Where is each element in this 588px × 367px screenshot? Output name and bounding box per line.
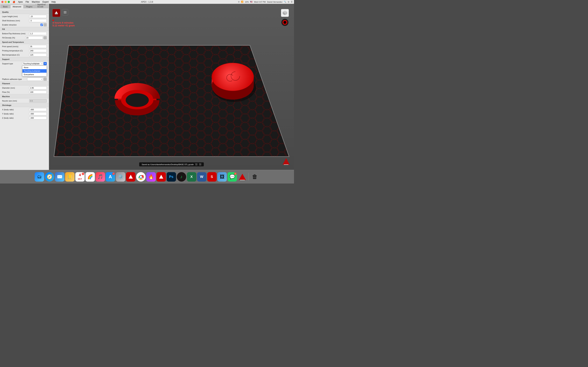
bed-temp-input[interactable] — [29, 53, 47, 57]
dock-photoshop[interactable]: Ps — [167, 172, 176, 182]
calendar-badge: 4 — [82, 173, 84, 175]
print-speed-input[interactable] — [29, 45, 47, 48]
platform-adhesion-dots[interactable]: ··· — [43, 78, 47, 81]
dock-contacts[interactable]: 📒 — [65, 172, 75, 182]
dock-finder[interactable]: 🗂 — [35, 172, 44, 182]
viewport-tools — [52, 9, 68, 17]
enable-retraction-checkbox[interactable] — [40, 24, 43, 26]
menu-expert[interactable]: Expert — [41, 0, 50, 3]
cube-view-icon[interactable] — [281, 9, 289, 17]
dock-itunes[interactable]: 🎵 — [95, 172, 105, 182]
dock-word[interactable]: W — [197, 172, 207, 182]
layer-height-row: Layer height (mm) — [0, 14, 49, 18]
enable-retraction-row: Enable retraction ··· — [0, 23, 49, 27]
print-time: 4 hours 6 minutes — [52, 21, 75, 24]
z-ratio-input[interactable] — [29, 117, 47, 119]
dock-sysprefs[interactable]: ⚙️ — [116, 172, 125, 182]
menu-apex[interactable]: Apex — [17, 0, 24, 3]
retraction-dots-button[interactable]: ··· — [43, 23, 47, 26]
dock-sketchup[interactable]: S — [207, 172, 217, 182]
menu-apple[interactable]: 🍎 — [11, 0, 17, 3]
dock-spotify[interactable]: ♪ — [177, 172, 186, 182]
shrinkage-header: Shrinkage — [0, 103, 49, 107]
print-temp-input[interactable] — [29, 49, 47, 52]
quality-header: Quality — [0, 10, 49, 14]
dock-trash[interactable]: 🗑 — [250, 172, 259, 182]
viewport-3d[interactable]: 4 hours 6 minutes 5.12 meter 41 gram — [49, 4, 294, 170]
menu-help[interactable]: Help — [50, 0, 57, 3]
dock-chrome[interactable] — [136, 172, 146, 182]
dock-cura[interactable] — [126, 172, 135, 182]
bed-temp-row: Bed temperature (C) — [0, 53, 49, 57]
diameter-row: Diameter (mm) — [0, 86, 49, 90]
flow-input[interactable] — [29, 91, 47, 94]
tab-basic[interactable]: Basic — [1, 5, 10, 8]
appstore-badge: 7 — [112, 173, 115, 175]
dock-excel[interactable]: X — [187, 172, 196, 182]
dock-safari[interactable]: 🧭 — [45, 172, 54, 182]
minimize-button[interactable] — [5, 1, 7, 3]
spotlight-icon[interactable]: 🔍 — [284, 1, 286, 3]
maximize-button[interactable] — [8, 1, 10, 3]
fill-density-dots-button[interactable]: ··· — [43, 36, 47, 39]
dock-photos[interactable]: 🌈 — [85, 172, 95, 182]
shell-thickness-input[interactable] — [29, 19, 47, 22]
enable-retraction-label: Enable retraction — [2, 24, 40, 26]
support-type-arrow[interactable]: ▼ — [43, 62, 47, 65]
left-panel-container: Basic Advanced Plugins Start/End-GCode Q… — [0, 4, 49, 170]
print-temp-label: Printing temperature (C) — [2, 50, 28, 52]
dock-apex-logo[interactable] — [238, 172, 247, 182]
y-ratio-input[interactable] — [29, 112, 47, 115]
support-option-none[interactable]: None — [22, 66, 47, 69]
x-ratio-input[interactable] — [29, 108, 47, 111]
diameter-label: Diameter (mm) — [2, 87, 28, 89]
print-material: 5.12 meter 41 gram — [52, 24, 75, 27]
tab-advanced[interactable]: Advanced — [10, 5, 24, 8]
wifi-icon: 📶 — [241, 1, 243, 3]
close-button[interactable] — [1, 1, 3, 3]
support-dropdown-menu: None Touching buildplate Everywhere — [22, 66, 47, 76]
svg-marker-11 — [129, 175, 133, 179]
dock-preview[interactable]: 🖼 — [217, 172, 227, 182]
dock-whatsapp[interactable]: 4 💬 — [227, 172, 237, 182]
apex-logo — [282, 157, 291, 166]
nozzle-row: Nozzle size (mm) — [0, 99, 49, 103]
dock-calendar[interactable]: 4 OCT 4 — [75, 172, 85, 182]
support-option-everywhere[interactable]: Everywhere — [22, 73, 47, 76]
menu-machine[interactable]: Machine — [30, 0, 41, 3]
dock-autodesk[interactable] — [156, 172, 166, 182]
dock-appstore[interactable]: 7 A — [106, 172, 115, 182]
menubar: 🍎 Apex File Machine Expert Help APEX - 1… — [0, 0, 294, 4]
battery-indicator: 10% — [245, 1, 249, 3]
support-option-touching[interactable]: Touching buildplate — [22, 69, 47, 73]
flow-row: Flow (%) — [0, 90, 49, 94]
platform-adhesion-dropdown[interactable] — [27, 78, 43, 81]
menu-file[interactable]: File — [24, 0, 30, 3]
layer-height-input[interactable] — [29, 15, 47, 18]
dock-torch[interactable]: 🔥 — [146, 172, 156, 182]
svg-marker-15 — [159, 175, 163, 179]
notification-icon[interactable]: ☰ — [291, 1, 293, 3]
support-type-dropdown[interactable]: Touching buildplate — [22, 62, 43, 65]
flag-icon: 🇺🇸 — [250, 1, 252, 3]
x-ratio-label: X (body ratio) — [2, 108, 28, 111]
svg-rect-4 — [64, 13, 67, 13]
status-icon2: ⬛ — [199, 163, 201, 166]
print-speed-row: Print speed (mm/s) — [0, 44, 49, 49]
y-ratio-row: Y (body ratio) — [0, 112, 49, 116]
tab-startend-gcode[interactable]: Start/End-GCode — [35, 4, 48, 8]
tab-plugins[interactable]: Plugins — [24, 5, 35, 8]
x-ratio-row: X (body ratio) — [0, 108, 49, 112]
dock-mail[interactable]: ✉️ — [55, 172, 64, 182]
record-icon[interactable] — [281, 18, 289, 26]
flow-label: Flow (%) — [2, 91, 28, 93]
model-icon[interactable] — [52, 9, 60, 17]
svg-marker-16 — [239, 174, 246, 180]
layer-height-label: Layer height (mm) — [2, 15, 28, 17]
print-info: 4 hours 6 minutes 5.12 meter 41 gram — [52, 20, 75, 27]
diameter-input[interactable] — [29, 86, 47, 90]
layers-icon[interactable] — [62, 9, 68, 15]
siri-icon[interactable]: ◎ — [288, 1, 289, 3]
bottom-top-input[interactable] — [29, 32, 47, 35]
fill-density-input[interactable] — [25, 36, 43, 39]
